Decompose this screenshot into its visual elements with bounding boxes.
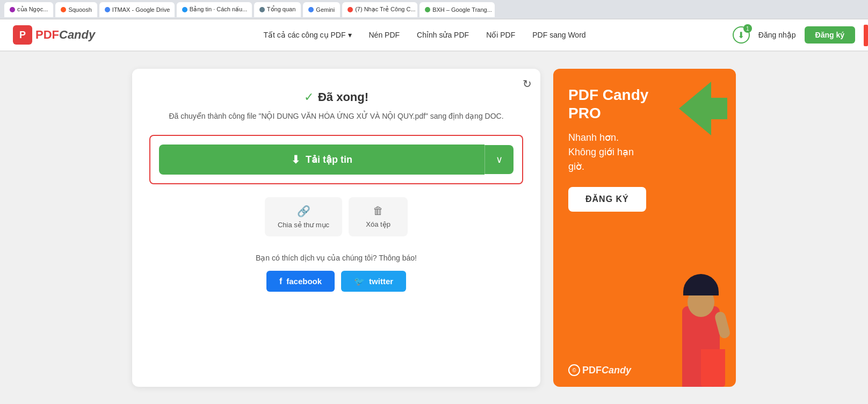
share-folder-button[interactable]: 🔗 Chia sẻ thư mục bbox=[265, 197, 342, 236]
promo-logo: © PDFCandy bbox=[568, 364, 631, 376]
nav-links: Tất cả các công cụ PDF ▾ Nén PDF Chỉnh s… bbox=[117, 31, 733, 39]
download-area: ⬇ Tải tập tin ∨ bbox=[149, 135, 523, 184]
trash-icon: 🗑 bbox=[373, 205, 384, 217]
tab-7[interactable]: (7) Nhạc Trẻ Công C... bbox=[342, 2, 417, 17]
nav-all-tools[interactable]: Tất cả các công cụ PDF ▾ bbox=[263, 31, 351, 39]
download-btn-icon: ⬇ bbox=[291, 153, 300, 166]
promo-title: PDF Candy PRO bbox=[568, 86, 665, 122]
download-counter[interactable]: ⬇ 1 bbox=[733, 26, 750, 44]
nav-to-word[interactable]: PDF sang Word bbox=[532, 31, 585, 39]
logo-icon: P bbox=[13, 25, 32, 45]
social-prompt: Bạn có thích dịch vụ của chúng tôi? Thôn… bbox=[149, 254, 523, 262]
tab-1[interactable]: của Ngọc... bbox=[4, 2, 53, 17]
delete-file-button[interactable]: 🗑 Xóa tệp bbox=[349, 197, 408, 236]
promo-description: Nhanh hơn. Không giới hạn giờ. bbox=[568, 131, 665, 174]
browser-tabs: của Ngọc... Squoosh ITMAX - Google Drive… bbox=[0, 0, 868, 19]
promo-arrow-decoration bbox=[679, 82, 727, 135]
site-logo[interactable]: P PDFCandy bbox=[13, 25, 95, 45]
tab-8[interactable]: BXH – Google Trang... bbox=[419, 2, 495, 17]
twitter-share-button[interactable]: 🐦 twitter bbox=[341, 271, 406, 292]
navbar: P PDFCandy Tất cả các công cụ PDF ▾ Nén … bbox=[0, 19, 868, 52]
link-icon: 🔗 bbox=[297, 205, 310, 218]
nav-actions: ⬇ 1 Đăng nhập Đăng ký bbox=[733, 26, 855, 44]
nav-edit[interactable]: Chỉnh sửa PDF bbox=[417, 31, 469, 39]
refresh-button[interactable]: ↻ bbox=[523, 77, 532, 90]
svg-marker-0 bbox=[679, 82, 727, 135]
tab-6[interactable]: Gemini bbox=[303, 2, 340, 17]
signup-button[interactable]: Đăng ký bbox=[805, 26, 855, 44]
check-icon: ✓ bbox=[304, 90, 314, 104]
promo-logo-text: PDFCandy bbox=[582, 365, 631, 376]
download-arrow-button[interactable]: ∨ bbox=[484, 145, 513, 174]
social-buttons: f facebook 🐦 twitter bbox=[149, 271, 523, 292]
promo-signup-button[interactable]: ĐĂNG KÝ bbox=[568, 187, 646, 212]
result-card: ↻ ✓ Đã xong! Đã chuyển thành công file "… bbox=[132, 69, 540, 387]
nav-compress[interactable]: Nén PDF bbox=[369, 31, 400, 39]
success-title: Đã xong! bbox=[318, 90, 368, 104]
chevron-down-icon: ∨ bbox=[496, 154, 503, 165]
nav-merge[interactable]: Nối PDF bbox=[486, 31, 515, 39]
logo-text: PDFCandy bbox=[35, 28, 95, 42]
brand-stripe bbox=[864, 25, 868, 46]
dropdown-icon: ▾ bbox=[348, 31, 352, 39]
main-content: ↻ ✓ Đã xong! Đã chuyển thành công file "… bbox=[0, 52, 868, 404]
download-badge: 1 bbox=[743, 24, 752, 33]
tab-3[interactable]: ITMAX - Google Drive bbox=[99, 2, 175, 17]
facebook-icon: f bbox=[279, 277, 282, 286]
action-buttons: 🔗 Chia sẻ thư mục 🗑 Xóa tệp bbox=[149, 197, 523, 236]
tab-4[interactable]: Bảng tin · Cách nấu... bbox=[177, 2, 252, 17]
promo-character bbox=[666, 269, 730, 387]
facebook-share-button[interactable]: f facebook bbox=[266, 271, 335, 292]
promo-figure bbox=[650, 258, 736, 387]
tab-2[interactable]: Squoosh bbox=[55, 2, 97, 17]
download-main-button[interactable]: ⬇ Tải tập tin bbox=[159, 145, 484, 175]
success-description: Đã chuyển thành công file "NỘI DUNG VĂN … bbox=[149, 111, 523, 122]
promo-text-area: PDF Candy PRO Nhanh hơn. Không giới hạn … bbox=[568, 86, 665, 212]
success-header: ✓ Đã xong! bbox=[149, 90, 523, 104]
login-button[interactable]: Đăng nhập bbox=[758, 31, 796, 39]
twitter-icon: 🐦 bbox=[354, 276, 365, 286]
tab-5[interactable]: Tổng quan bbox=[254, 2, 301, 17]
promo-card: PDF Candy PRO Nhanh hơn. Không giới hạn … bbox=[553, 69, 736, 387]
promo-logo-icon: © bbox=[568, 364, 580, 376]
